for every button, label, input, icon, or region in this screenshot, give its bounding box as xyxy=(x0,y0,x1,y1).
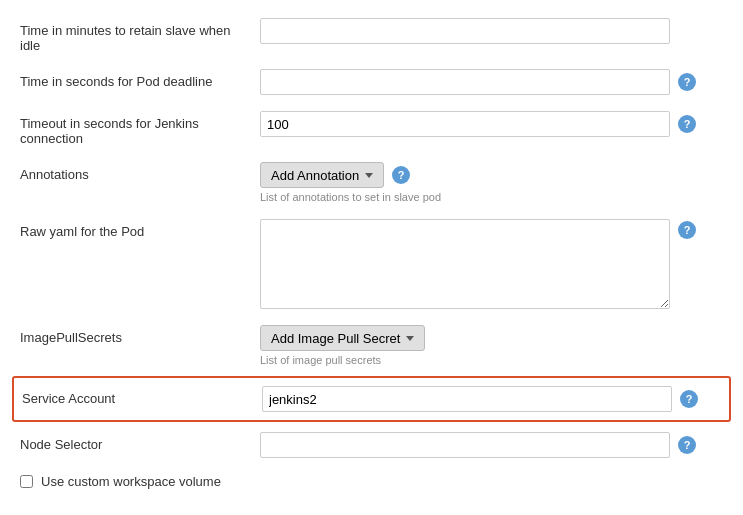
annotations-btn-wrap: Add Annotation ? xyxy=(260,162,723,188)
image-pull-secrets-btn-wrap: Add Image Pull Secret xyxy=(260,325,723,351)
annotations-control: Add Annotation ? List of annotations to … xyxy=(260,162,723,203)
jenkins-timeout-input-wrap: ? xyxy=(260,111,723,137)
jenkins-timeout-input[interactable] xyxy=(260,111,670,137)
custom-workspace-label: Use custom workspace volume xyxy=(41,474,221,489)
node-selector-control: ? xyxy=(260,432,723,458)
jenkins-timeout-help-icon[interactable]: ? xyxy=(678,115,696,133)
retain-slave-control xyxy=(260,18,723,44)
service-account-row: Service Account ? xyxy=(22,384,721,414)
pod-deadline-input[interactable] xyxy=(260,69,670,95)
jenkins-timeout-row: Timeout in seconds for Jenkins connectio… xyxy=(20,103,723,154)
raw-yaml-textarea[interactable] xyxy=(260,219,670,309)
node-selector-input-wrap: ? xyxy=(260,432,723,458)
node-selector-label: Node Selector xyxy=(20,432,260,452)
custom-workspace-checkbox[interactable] xyxy=(20,475,33,488)
node-selector-input[interactable] xyxy=(260,432,670,458)
retain-slave-label: Time in minutes to retain slave when idl… xyxy=(20,18,260,53)
node-selector-help-icon[interactable]: ? xyxy=(678,436,696,454)
raw-yaml-label: Raw yaml for the Pod xyxy=(20,219,260,239)
image-pull-secrets-label: ImagePullSecrets xyxy=(20,325,260,345)
raw-yaml-row: Raw yaml for the Pod ? xyxy=(20,211,723,317)
raw-yaml-help-icon[interactable]: ? xyxy=(678,221,696,239)
pod-deadline-row: Time in seconds for Pod deadline ? xyxy=(20,61,723,103)
add-image-pull-secret-arrow-icon xyxy=(406,336,414,341)
annotations-row: Annotations Add Annotation ? List of ann… xyxy=(20,154,723,211)
node-selector-row: Node Selector ? xyxy=(20,424,723,466)
pod-deadline-control: ? xyxy=(260,69,723,95)
pod-deadline-label: Time in seconds for Pod deadline xyxy=(20,69,260,89)
service-account-control: ? xyxy=(262,386,721,412)
service-account-label: Service Account xyxy=(22,386,262,406)
annotations-help-icon[interactable]: ? xyxy=(392,166,410,184)
retain-slave-row: Time in minutes to retain slave when idl… xyxy=(20,10,723,61)
add-annotation-arrow-icon xyxy=(365,173,373,178)
service-account-input-wrap: ? xyxy=(262,386,721,412)
pod-deadline-input-wrap: ? xyxy=(260,69,723,95)
jenkins-timeout-control: ? xyxy=(260,111,723,137)
custom-workspace-row: Use custom workspace volume xyxy=(20,466,723,497)
pod-deadline-help-icon[interactable]: ? xyxy=(678,73,696,91)
retain-slave-input-wrap xyxy=(260,18,723,44)
service-account-input[interactable] xyxy=(262,386,672,412)
jenkins-timeout-label: Timeout in seconds for Jenkins connectio… xyxy=(20,111,260,146)
image-pull-secrets-control: Add Image Pull Secret List of image pull… xyxy=(260,325,723,366)
raw-yaml-textarea-wrap: ? xyxy=(260,219,723,309)
retain-slave-input[interactable] xyxy=(260,18,670,44)
annotations-hint: List of annotations to set in slave pod xyxy=(260,191,441,203)
service-account-help-icon[interactable]: ? xyxy=(680,390,698,408)
add-annotation-label: Add Annotation xyxy=(271,168,359,183)
image-pull-secrets-hint: List of image pull secrets xyxy=(260,354,381,366)
add-annotation-button[interactable]: Add Annotation xyxy=(260,162,384,188)
image-pull-secrets-row: ImagePullSecrets Add Image Pull Secret L… xyxy=(20,317,723,374)
add-image-pull-secret-button[interactable]: Add Image Pull Secret xyxy=(260,325,425,351)
annotations-label: Annotations xyxy=(20,162,260,182)
add-image-pull-secret-label: Add Image Pull Secret xyxy=(271,331,400,346)
raw-yaml-control: ? xyxy=(260,219,723,309)
